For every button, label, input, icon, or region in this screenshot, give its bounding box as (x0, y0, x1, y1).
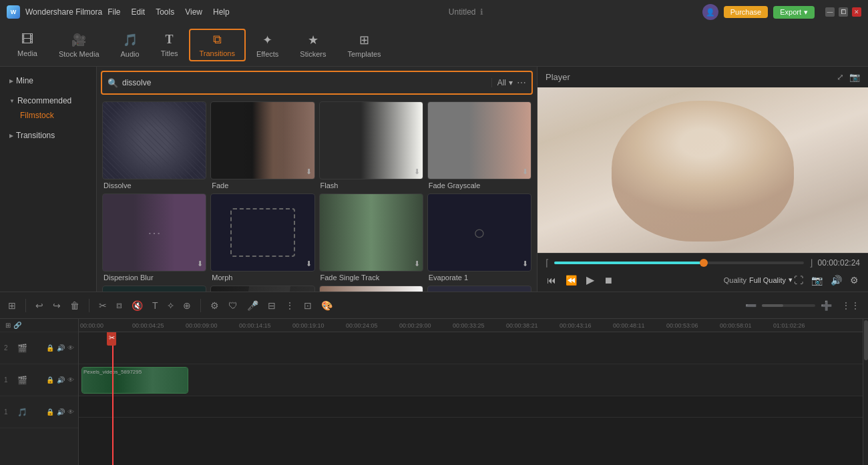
maximize-button[interactable]: ⧠ (839, 7, 848, 17)
panel-recommended-header[interactable]: ▼ Recommended (4, 93, 92, 108)
toolbar-transitions[interactable]: ⧉ Transitions (189, 29, 246, 61)
close-button[interactable]: ✕ (852, 7, 861, 17)
zoom-out-button[interactable]: ➖ (742, 299, 759, 312)
progress-handle[interactable] (700, 259, 708, 267)
menu-file[interactable]: File (107, 7, 120, 17)
transition-flash[interactable]: ⬇ Flash (319, 101, 423, 189)
toolbar-stickers[interactable]: ★ Stickers (289, 29, 337, 62)
zoom-controls: ➖ ➕ (742, 299, 835, 312)
timeline-more-options-button[interactable]: ⋮⋮ (839, 299, 863, 312)
timeline-redo-button[interactable]: ↪ (50, 299, 63, 312)
minimize-button[interactable]: — (825, 7, 835, 17)
timeline-mic-button[interactable]: 🎤 (244, 299, 261, 312)
timeline-delete-button[interactable]: 🗑 (67, 299, 82, 312)
timeline-color-button[interactable]: 🎨 (318, 299, 335, 312)
timeline-settings-button[interactable]: ⚙ (208, 299, 222, 312)
toolbar-templates[interactable]: ⊞ Templates (337, 29, 391, 62)
transition-dispersion-blur[interactable]: ⬇ Dispersion Blur (102, 193, 206, 282)
track-1-lock-icon[interactable]: 🔒 (46, 376, 54, 384)
timeline-more-button[interactable]: ⊕ (180, 299, 194, 312)
settings-button[interactable]: ⚙ (849, 274, 860, 287)
transition-fade-grayscale-thumb: ⬇ (427, 101, 531, 179)
progress-bar[interactable] (554, 262, 804, 264)
toolbar-media[interactable]: 🎞 Media (7, 29, 48, 61)
track-1-volume-icon[interactable]: 🔊 (57, 376, 65, 384)
transition-fade-grayscale[interactable]: ⬇ Fade Grayscale (427, 101, 531, 189)
stop-button[interactable]: ⏹ (602, 274, 614, 287)
timeline-cut-button[interactable]: ✂ (96, 299, 110, 312)
transition-evaporate-2[interactable]: ⬇ Evaporate 2 (102, 286, 206, 292)
filter-dropdown-icon: ▾ (509, 78, 513, 87)
user-avatar[interactable]: 👤 (702, 4, 718, 20)
sidebar-item-filmstock[interactable]: Filmstock (4, 108, 92, 123)
transition-dissolve[interactable]: Dissolve (102, 101, 206, 189)
track-audio-lock-icon[interactable]: 🔒 (46, 408, 54, 416)
timeline-keyframe-button[interactable]: ⟡ (165, 298, 176, 312)
search-filter-dropdown[interactable]: All ▾ (491, 78, 513, 87)
timeline-undo-button[interactable]: ↩ (33, 299, 46, 312)
link-icon[interactable]: 🔗 (13, 322, 21, 329)
step-back-button[interactable]: ⏪ (564, 274, 578, 287)
timeline-layers-button[interactable]: ⊟ (265, 299, 278, 312)
transition-evaporate-1[interactable]: ⬇ Evaporate 1 (427, 193, 531, 282)
play-button[interactable]: ▶ (585, 272, 596, 288)
toolbar-effects[interactable]: ✦ Effects (246, 29, 289, 62)
player-screenshot-icon[interactable]: 📷 (849, 72, 860, 82)
search-bar: 🔍 All ▾ ⋯ (101, 71, 533, 95)
more-options-button[interactable]: ⋯ (517, 77, 526, 88)
track-control-1-audio: 1 🎵 🔒 🔊 👁 (0, 396, 78, 428)
quality-value: Full Quality (749, 276, 786, 284)
panel-mine-header[interactable]: ▶ Mine (4, 73, 92, 88)
timeline-split-button[interactable]: ⋮ (282, 299, 297, 312)
track-2-volume-icon[interactable]: 🔊 (57, 344, 65, 352)
timeline-layout-button[interactable]: ⊞ (5, 299, 19, 312)
time-bracket-end[interactable]: ⌋ (809, 258, 813, 268)
timeline-shield-button[interactable]: 🛡 (226, 299, 240, 312)
track-audio-volume-icon[interactable]: 🔊 (57, 408, 65, 416)
volume-button[interactable]: 🔊 (829, 274, 843, 287)
panel-transitions-header[interactable]: ▶ Transitions (4, 128, 92, 143)
toolbar-audio[interactable]: 🎵 Audio (110, 29, 150, 62)
quality-dropdown[interactable]: Full Quality ▾ (749, 276, 793, 284)
transition-fade-single-track[interactable]: ⬇ Fade Single Track (319, 193, 423, 282)
transition-morph-label: Morph (210, 274, 314, 282)
zoom-slider[interactable] (762, 304, 815, 307)
menu-view[interactable]: View (185, 7, 202, 17)
current-time: 00:00:02:24 (818, 258, 860, 268)
timeline-crop-button[interactable]: ⧈ (114, 298, 125, 312)
menu-tools[interactable]: Tools (156, 7, 174, 17)
video-clip[interactable]: Pexels_videos_5897295 (81, 367, 188, 394)
toolbar-stock-media[interactable]: 🎥 Stock Media (48, 29, 110, 62)
track-1-video-content: Pexels_videos_5897295 (79, 364, 863, 396)
mine-arrow-icon: ▶ (9, 78, 13, 84)
skip-back-button[interactable]: ⏮ (546, 274, 558, 287)
export-dropdown-icon: ▾ (804, 8, 808, 17)
snapshot-button[interactable]: 📷 (810, 274, 824, 287)
transition-morph[interactable]: ⬇ Morph (210, 193, 314, 282)
timeline-speed-button[interactable]: ⊡ (301, 299, 314, 312)
fullscreen-button[interactable]: ⛶ (793, 274, 805, 287)
scrollbar-thumb[interactable] (864, 320, 868, 360)
timeline-no-audio-button[interactable]: 🔇 (129, 299, 146, 312)
transition-erase[interactable]: ⬇ Erase (210, 286, 314, 292)
toolbar-titles[interactable]: T Titles (150, 29, 189, 61)
export-button[interactable]: Export ▾ (773, 6, 815, 19)
timeline-scrollbar[interactable] (863, 319, 868, 465)
track-2-lock-icon[interactable]: 🔒 (46, 344, 54, 352)
menu-help[interactable]: Help (213, 7, 230, 17)
track-audio-eye-icon[interactable]: 👁 (67, 408, 74, 416)
transition-fade-white[interactable]: ⬇ Fade White (319, 286, 423, 292)
time-bracket-start[interactable]: ⌈ (546, 258, 549, 268)
add-clip-icon[interactable]: ⊞ (5, 322, 11, 329)
playhead-marker[interactable]: ✂ (107, 332, 116, 346)
player-expand-icon[interactable]: ⤢ (837, 72, 844, 82)
purchase-button[interactable]: Purchase (724, 6, 768, 18)
zoom-in-button[interactable]: ➕ (818, 299, 835, 312)
transition-falling-leaf-1[interactable]: ⬇ Falling Leaf 1 (427, 286, 531, 292)
timeline-text-button[interactable]: T (150, 299, 161, 312)
search-input[interactable] (122, 78, 487, 87)
menu-edit[interactable]: Edit (132, 7, 146, 17)
track-2-eye-icon[interactable]: 👁 (67, 344, 74, 352)
transition-fade[interactable]: ⬇ Fade (210, 101, 314, 189)
track-1-eye-icon[interactable]: 👁 (67, 376, 74, 384)
